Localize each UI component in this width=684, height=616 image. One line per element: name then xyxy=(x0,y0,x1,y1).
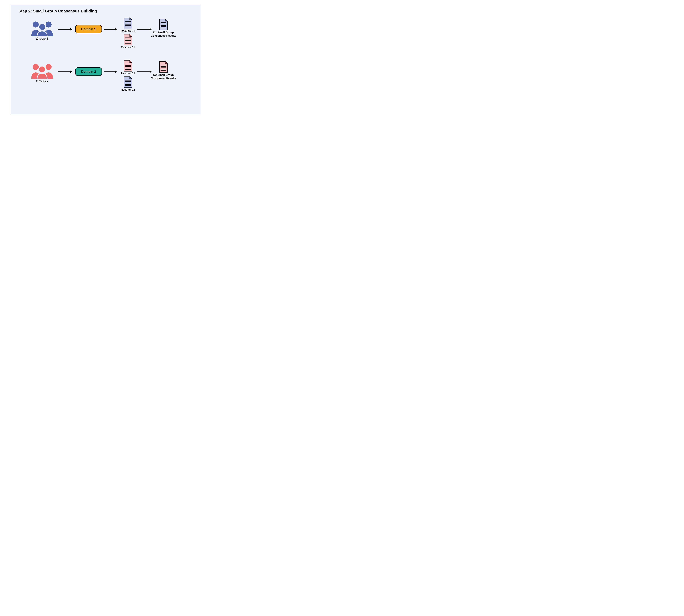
flow-row-1: Group 1 Domain 1 R xyxy=(11,17,201,59)
group-1-label: Group 1 xyxy=(28,37,56,41)
svg-point-1 xyxy=(46,21,51,27)
consensus-d1-label: D1 Small Group Consensus Results xyxy=(151,31,177,38)
flow-row-2: Group 2 Domain 2 R xyxy=(11,60,201,101)
domain-1-box: Domain 1 xyxy=(75,25,102,34)
svg-point-2 xyxy=(39,24,45,30)
svg-point-0 xyxy=(33,21,39,27)
domain-1-label: Domain 1 xyxy=(81,27,96,31)
arrow-icon xyxy=(104,70,117,74)
svg-point-24 xyxy=(33,64,39,70)
results-d1-label-b: Results D1 xyxy=(116,46,139,49)
results-d1-label-a: Results D1 xyxy=(116,29,139,32)
domain-2-label: Domain 2 xyxy=(81,70,96,73)
arrow-icon xyxy=(137,70,152,74)
arrow-icon xyxy=(58,27,72,31)
document-icon xyxy=(123,60,133,72)
arrow-icon xyxy=(58,70,72,74)
diagram-panel: Step 2: Small Group Consensus Building G… xyxy=(11,5,201,114)
document-icon xyxy=(159,61,168,73)
svg-point-25 xyxy=(46,64,51,70)
group-1: Group 1 xyxy=(28,20,56,41)
consensus-d2-label: D2 Small Group Consensus Results xyxy=(151,73,177,80)
group-2-label: Group 2 xyxy=(28,79,56,83)
svg-point-26 xyxy=(39,66,45,73)
results-d2-label-a: Results D2 xyxy=(116,72,139,75)
step-title: Step 2: Small Group Consensus Building xyxy=(19,9,97,14)
consensus-col-d2: D2 Small Group Consensus Results xyxy=(151,61,177,80)
document-icon xyxy=(159,19,168,30)
domain-2-box: Domain 2 xyxy=(75,67,102,76)
people-group-icon xyxy=(29,63,55,79)
document-icon xyxy=(123,17,133,29)
svg-marker-28 xyxy=(70,70,72,73)
svg-marker-4 xyxy=(70,28,72,30)
arrow-icon xyxy=(104,27,117,31)
group-2: Group 2 xyxy=(28,63,56,83)
results-d2-label-b: Results D2 xyxy=(116,88,139,91)
document-icon xyxy=(123,76,133,88)
document-icon xyxy=(123,34,133,46)
results-col-d1: Results D1 Results D1 xyxy=(116,17,139,50)
consensus-col-d1: D1 Small Group Consensus Results xyxy=(151,19,177,38)
people-group-icon xyxy=(29,20,55,37)
arrow-icon xyxy=(137,27,152,31)
results-col-d2: Results D2 Results D2 xyxy=(116,60,139,92)
